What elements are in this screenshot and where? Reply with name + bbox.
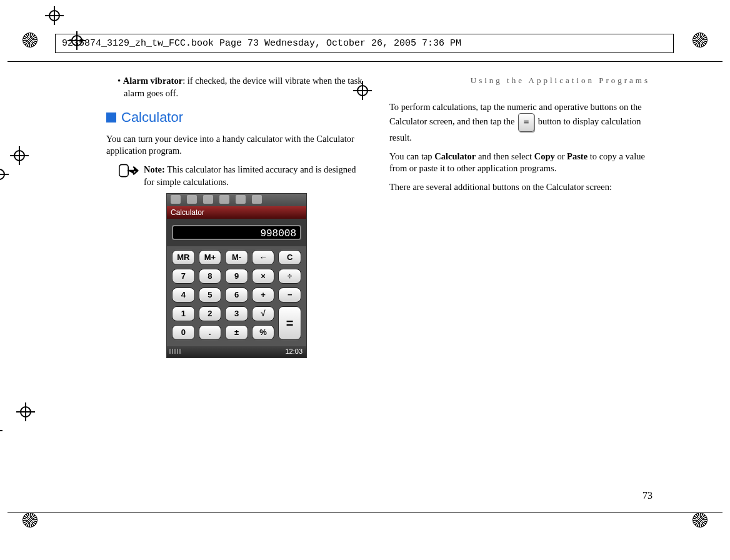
calc-window-title: Calculator [167,206,306,219]
calc-btn-clear[interactable]: C [278,250,301,265]
status-icon [203,195,213,204]
calc-keypad: MR M+ M- ← C 7 8 9 × ÷ 4 5 6 + − 1 2 3 √… [167,246,306,346]
calc-btn-div[interactable]: ÷ [278,269,301,284]
grip-icon [169,349,182,354]
register-mark-ml [16,402,35,421]
note-block: Note: This calculator has limited accura… [119,164,367,188]
calc-btn-percent[interactable]: % [252,325,275,340]
calc-btn-dot[interactable]: . [199,325,222,340]
header-slug: 9235874_3129_zh_tw_FCC.book Page 73 Wedn… [55,34,674,53]
calc-btn-plus[interactable]: + [252,288,275,302]
note-text-wrap: Note: This calculator has limited accura… [144,164,367,188]
section-marker-icon [106,112,116,122]
status-icon [219,195,229,204]
register-mark-lt [10,146,29,165]
crop-rule-top [8,61,722,62]
register-mark-rt [0,165,9,184]
p2a: You can tap [389,151,434,161]
calc-btn-mult[interactable]: × [252,269,275,284]
status-icon [171,195,181,204]
calc-btn-1[interactable]: 1 [172,306,195,321]
calc-display: 998008 [172,225,301,240]
copy-paste-paragraph: You can tap Calculator and then select C… [389,151,650,175]
register-mark-bl [45,6,64,25]
print-burst-br [692,512,708,528]
svg-rect-0 [119,164,128,176]
calc-btn-negate[interactable]: ± [225,325,248,340]
calc-btn-4[interactable]: 4 [172,288,195,302]
calc-btn-mr[interactable]: MR [172,250,195,265]
page-number: 73 [642,490,652,501]
calc-status-time: 12:03 [285,348,302,355]
section-title: Calculator [121,108,183,127]
running-head: Using the Application Programs [389,75,650,86]
calc-btn-2[interactable]: 2 [199,306,222,321]
calc-top-icons [167,194,306,206]
calc-btn-sqrt[interactable]: √ [252,306,275,321]
print-burst-tr [692,32,708,48]
print-burst-tl [22,32,38,48]
calculator-intro: You can turn your device into a handy ca… [106,133,367,158]
status-icon [187,195,197,204]
print-burst-bl [22,512,38,528]
alarm-vibrator-label: Alarm vibrator [123,76,182,86]
calc-btn-minus[interactable]: − [278,288,301,302]
page-body: Alarm vibrator: if checked, the device w… [106,75,650,488]
status-icon [252,195,262,204]
left-column: Alarm vibrator: if checked, the device w… [106,75,367,488]
calc-btn-7[interactable]: 7 [172,269,195,284]
additional-buttons-paragraph: There are several additional buttons on … [389,181,650,194]
p2c: or [555,151,567,161]
calc-btn-9[interactable]: 9 [225,269,248,284]
calc-btn-mminus[interactable]: M- [225,250,248,265]
note-text: This calculator has limited accuracy and… [144,164,356,187]
calc-btn-5[interactable]: 5 [199,288,222,302]
calc-btn-3[interactable]: 3 [225,306,248,321]
note-icon [119,164,139,178]
p2b: and then select [476,151,534,161]
calculator-heading: Calculator [106,108,367,127]
register-mark-mr [0,421,2,440]
p2-copy: Copy [534,151,555,161]
calc-btn-mplus[interactable]: M+ [199,250,222,265]
note-label: Note: [144,164,165,174]
status-icon [236,195,246,204]
calc-btn-back[interactable]: ← [252,250,275,265]
calc-btn-8[interactable]: 8 [199,269,222,284]
perform-calc-paragraph: To perform calculations, tap the numeric… [389,101,650,144]
p2-paste: Paste [567,151,588,161]
calc-btn-equals[interactable]: = [278,306,301,340]
p2-calculator: Calculator [434,151,476,161]
equals-button-icon: = [518,113,534,132]
right-column: Using the Application Programs To perfor… [389,75,650,488]
alarm-vibrator-item: Alarm vibrator: if checked, the device w… [112,75,367,99]
crop-rule-bottom [8,512,722,513]
calc-btn-6[interactable]: 6 [225,288,248,302]
calc-btn-0[interactable]: 0 [172,325,195,340]
calculator-screenshot: Calculator 998008 MR M+ M- ← C 7 8 9 × ÷… [166,193,307,358]
calc-status-bar: 12:03 [167,346,306,358]
